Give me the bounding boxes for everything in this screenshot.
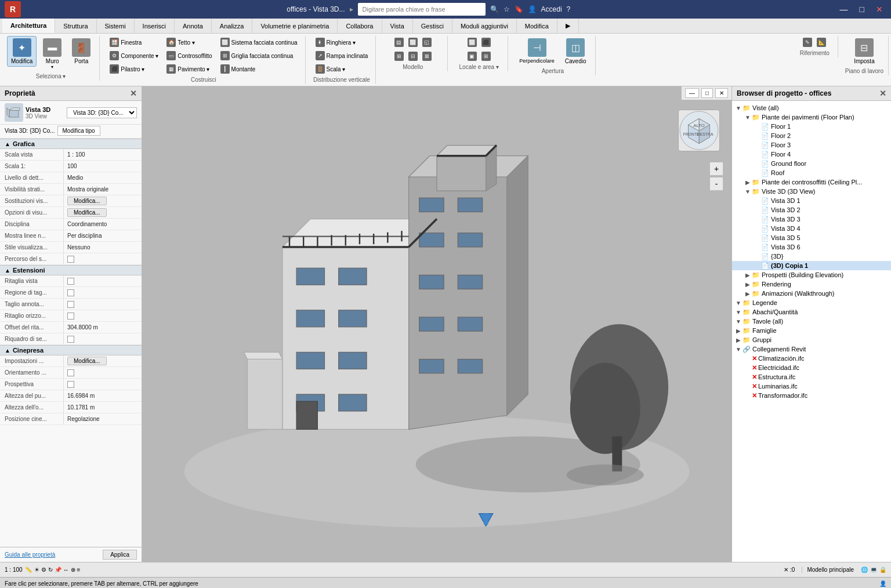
prop-apply-btn[interactable]: Applica [103, 550, 137, 560]
expand-legende[interactable]: ▼ [734, 299, 742, 307]
pv-offset[interactable]: 304.8000 m [64, 322, 142, 333]
ribbon-tab-analizza[interactable]: Analizza [212, 19, 253, 33]
title-search-input[interactable] [358, 3, 486, 16]
tree-item-animazioni[interactable]: ▶📁Animazioni (Walkthrough) [732, 289, 891, 298]
tree-item-vista3d6[interactable]: 📄Vista 3D 6 [732, 242, 891, 252]
status-icon1[interactable]: 🌐 [861, 567, 868, 573]
porta-btn[interactable]: 🚪 Porta [68, 36, 95, 67]
model-icon4[interactable]: ⊞ [393, 50, 405, 63]
prop-section-cinepresa[interactable]: ▲ Cinepresa [0, 345, 142, 355]
icon5[interactable]: ↔ [63, 567, 69, 573]
riquadro-checkbox[interactable] [67, 336, 74, 343]
status-icon2[interactable]: 💻 [870, 567, 877, 573]
search-icon[interactable]: 🔍 [490, 5, 499, 13]
tetto-btn[interactable]: 🏠 Tetto ▾ [164, 36, 215, 49]
expand-collegamenti[interactable]: ▼ [734, 345, 742, 353]
impostazioni-btn[interactable]: Modifica... [67, 357, 107, 365]
componente-btn[interactable]: ⚙ Componente ▾ [107, 49, 161, 62]
pv-regione[interactable] [64, 287, 142, 298]
tree-item-floor3[interactable]: 📄Floor 3 [732, 140, 891, 150]
ribbon-tab-modifica[interactable]: Modifica [517, 19, 557, 33]
ritaglio-orizzo-checkbox[interactable] [67, 313, 74, 320]
ribbon-tab-moduli[interactable]: Moduli aggiuntivi [452, 19, 517, 33]
tree-item-3d-copia1[interactable]: 📄(3D) Copia 1 [732, 261, 891, 270]
icon3[interactable]: ↻ [48, 567, 53, 573]
expand-prospetti[interactable]: ▶ [744, 271, 752, 279]
pv-visibilita[interactable]: Mostra originale [64, 184, 142, 195]
expand-gruppi[interactable]: ▶ [734, 336, 742, 344]
tree-item-tavole[interactable]: ▼📁Tavole (all) [732, 317, 891, 326]
model-icon1[interactable]: ▤ [393, 36, 405, 49]
expand-piante-pavimenti[interactable]: ▼ [744, 113, 752, 121]
ringhiera-btn[interactable]: ⧱ Ringhiera ▾ [313, 36, 359, 49]
prospettiva-checkbox[interactable] [67, 381, 74, 388]
zoom-in-btn[interactable]: + [709, 162, 723, 176]
ribbon-tab-sistemi[interactable]: Sistemi [97, 19, 135, 33]
taglio-checkbox[interactable] [67, 301, 74, 308]
scala-btn[interactable]: 🪜 Scala ▾ [313, 63, 349, 75]
tree-item-prospetti[interactable]: ▶📁Prospetti (Building Elevation) [732, 270, 891, 280]
tree-item-electricidad[interactable]: ✕Electricidad.ifc [732, 363, 891, 372]
tree-item-vista3d4[interactable]: 📄Vista 3D 4 [732, 224, 891, 233]
tree-item-viste-3d[interactable]: ▼📁Viste 3D (3D View) [732, 187, 891, 196]
perpendicolare-btn[interactable]: ⊣ Perpendicolare [515, 36, 559, 66]
pv-mostra-linee[interactable]: Per disciplina [64, 230, 142, 241]
icon1[interactable]: ☀ [34, 567, 39, 573]
close-btn[interactable]: ✕ [872, 5, 886, 14]
tree-item-vista3d2[interactable]: 📄Vista 3D 2 [732, 205, 891, 215]
pv-ritaglio-orizzo[interactable] [64, 310, 142, 321]
ribbon-tab-annota[interactable]: Annota [175, 19, 212, 33]
tree-item-roof[interactable]: 📄Roof [732, 168, 891, 177]
nav-cube[interactable]: ALTO DESTRA FRONTE [678, 110, 720, 151]
muro-btn[interactable]: ▬ Muro ▾ [39, 36, 66, 72]
ribbon-tab-inserisci[interactable]: Inserisci [135, 19, 175, 33]
pv-disciplina[interactable]: Coordinamento [64, 219, 142, 230]
tree-item-floor4[interactable]: 📄Floor 4 [732, 150, 891, 159]
pb-close-btn[interactable]: ✕ [879, 89, 886, 98]
tree-item-collegamenti[interactable]: ▼🔗Collegamenti Revit [732, 344, 891, 354]
expand-tavole[interactable]: ▼ [734, 317, 742, 325]
pv-prospettiva[interactable] [64, 379, 142, 390]
ribbon-tab-extra[interactable]: ▶ [557, 19, 579, 33]
imposta-btn[interactable]: ⊟ Imposta [850, 36, 879, 67]
tree-item-estructura[interactable]: ✕Estructura.ifc [732, 372, 891, 382]
ritaglia-checkbox[interactable] [67, 278, 74, 285]
model-icon2[interactable]: ⬜ [407, 36, 419, 49]
tree-item-ground-floor[interactable]: 📄Ground floor [732, 159, 891, 168]
expand-viste-all[interactable]: ▼ [734, 104, 742, 112]
model-icon3[interactable]: ◱ [421, 36, 433, 49]
opzioni-btn[interactable]: Modifica... [67, 208, 107, 217]
pv-scala-vista[interactable]: 1 : 100 [64, 149, 142, 160]
help-icon[interactable]: ? [567, 5, 571, 13]
model-icon6[interactable]: ⊠ [421, 50, 433, 63]
properties-close-icon[interactable]: ✕ [130, 89, 137, 98]
tree-item-piante-controsoffitti[interactable]: ▶📁Piante dei controsoffitti (Ceiling Pl.… [732, 177, 891, 187]
rampa-btn[interactable]: ↗ Rampa inclinata [313, 49, 371, 62]
ribbon-tab-volumetrie[interactable]: Volumetrie e planimetria [252, 19, 338, 33]
ribbon-tab-gestisci[interactable]: Gestisci [413, 19, 452, 33]
pavimento-btn[interactable]: ▦ Pavimento ▾ [164, 63, 215, 75]
model-icon5[interactable]: ⊟ [407, 50, 419, 63]
tree-item-climatizacion[interactable]: ✕Climatización.ifc [732, 354, 891, 363]
tree-item-transformador[interactable]: ✕Transformador.ifc [732, 391, 891, 400]
rif-icon2[interactable]: 📐 [815, 36, 828, 49]
tree-item-luminarias[interactable]: ✕Luminarias.ifc [732, 382, 891, 391]
tree-item-vista3d5[interactable]: 📄Vista 3D 5 [732, 233, 891, 242]
icon7[interactable]: ≡ [77, 567, 81, 573]
modifica-tipo-btn[interactable]: Modifica tipo [57, 126, 100, 136]
accedi-btn[interactable]: Accedi [541, 5, 562, 13]
pv-orientamento[interactable] [64, 367, 142, 378]
sistema-facciata-btn[interactable]: ⬜ Sistema facciata continua [218, 36, 300, 49]
locale-label[interactable]: Locale e area ▾ [459, 64, 499, 71]
tree-item-piante-pavimenti[interactable]: ▼📁Piante dei pavimenti (Floor Plan) [732, 112, 891, 122]
tree-item-viste-all[interactable]: ▼📁Viste (all) [732, 103, 891, 112]
zoom-out-btn[interactable]: - [709, 177, 723, 191]
tree-item-legende[interactable]: ▼📁Legende [732, 298, 891, 307]
ribbon-tab-struttura[interactable]: Struttura [55, 19, 96, 33]
expand-famiglie[interactable]: ▶ [734, 326, 742, 335]
expand-rendering[interactable]: ▶ [744, 280, 752, 288]
expand-viste-3d[interactable]: ▼ [744, 187, 752, 195]
icon6[interactable]: ⊕ [71, 567, 75, 573]
star-icon[interactable]: ☆ [504, 5, 510, 13]
viewport-nav[interactable]: ALTO DESTRA FRONTE [678, 110, 725, 156]
